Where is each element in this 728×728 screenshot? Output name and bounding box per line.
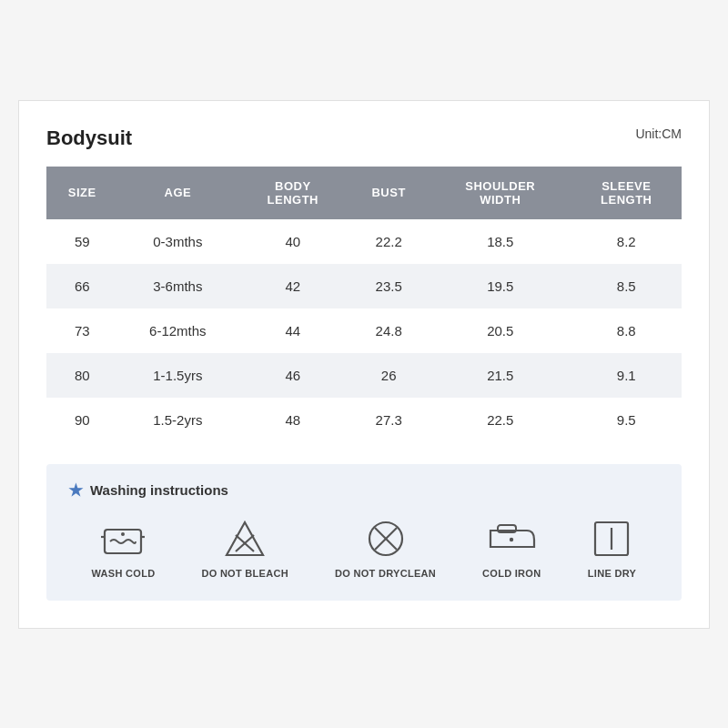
washing-section: ★ Washing instructions xyxy=(46,464,682,601)
card-header: Bodysuit Unit:CM xyxy=(46,126,682,150)
wash-cold-item: WASH COLD xyxy=(92,519,156,579)
col-age: AGE xyxy=(118,167,238,219)
table-row: 901.5-2yrs4827.322.59.5 xyxy=(46,398,682,442)
table-row: 663-6mths4223.519.58.5 xyxy=(46,264,682,308)
line-dry-label: LINE DRY xyxy=(588,568,636,579)
do-not-dryclean-icon xyxy=(361,519,410,559)
table-row: 590-3mths4022.218.58.2 xyxy=(46,219,682,264)
wash-cold-label: WASH COLD xyxy=(92,568,156,579)
cold-iron-item: COLD IRON xyxy=(482,519,541,579)
size-table: SIZE AGE BODYLENGTH BUST SHOULDERWIDTH S… xyxy=(46,167,682,442)
cold-iron-label: COLD IRON xyxy=(482,568,541,579)
size-chart-card: Bodysuit Unit:CM SIZE AGE BODYLENGTH BUS… xyxy=(18,100,710,629)
table-row: 736-12mths4424.820.58.8 xyxy=(46,308,682,353)
col-sleeve-length: SLEEVELENGTH xyxy=(571,167,682,219)
cold-iron-icon xyxy=(487,519,536,559)
do-not-bleach-label: DO NOT BLEACH xyxy=(201,568,288,579)
card-title: Bodysuit xyxy=(46,126,132,150)
do-not-dryclean-item: DO NOT DRYCLEAN xyxy=(335,519,436,579)
line-dry-item: LINE DRY xyxy=(587,519,636,579)
col-body-length: BODYLENGTH xyxy=(238,167,348,219)
svg-point-11 xyxy=(510,537,513,541)
wash-cold-icon xyxy=(98,519,147,559)
table-header-row: SIZE AGE BODYLENGTH BUST SHOULDERWIDTH S… xyxy=(46,167,682,219)
washing-icons: WASH COLD DO NOT BLEACH xyxy=(68,519,660,579)
col-size: SIZE xyxy=(46,167,118,219)
line-dry-icon xyxy=(587,519,636,559)
do-not-bleach-item: DO NOT BLEACH xyxy=(201,519,288,579)
do-not-bleach-icon xyxy=(220,519,269,559)
unit-label: Unit:CM xyxy=(635,126,682,141)
star-icon: ★ xyxy=(68,480,83,500)
do-not-dryclean-label: DO NOT DRYCLEAN xyxy=(335,568,436,579)
col-bust: BUST xyxy=(348,167,429,219)
washing-title: ★ Washing instructions xyxy=(68,480,660,500)
svg-point-1 xyxy=(121,532,125,536)
washing-title-text: Washing instructions xyxy=(90,482,228,498)
svg-marker-4 xyxy=(227,522,263,555)
col-shoulder-width: SHOULDERWIDTH xyxy=(430,167,571,219)
table-row: 801-1.5yrs462621.59.1 xyxy=(46,353,682,398)
